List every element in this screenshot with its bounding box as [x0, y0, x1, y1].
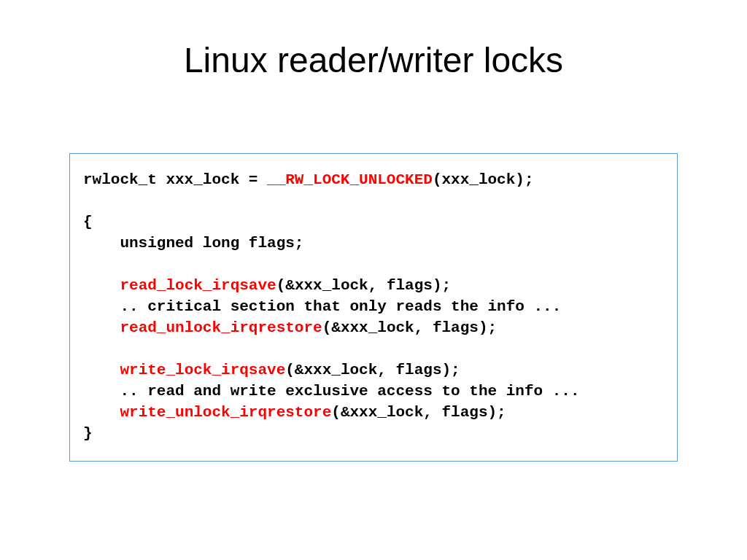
code-keyword: __RW_LOCK_UNLOCKED — [267, 171, 433, 188]
slide: Linux reader/writer locks rwlock_t xxx_l… — [0, 0, 747, 560]
code-text: } — [83, 425, 93, 442]
code-text: (&xxx_lock, flags); — [276, 277, 451, 294]
code-box: rwlock_t xxx_lock = __RW_LOCK_UNLOCKED(x… — [69, 153, 678, 462]
code-text: { — [83, 214, 93, 230]
code-text: rwlock_t xxx_lock = — [83, 171, 267, 188]
code-text: (xxx_lock); — [433, 171, 534, 188]
code-text: unsigned long flags; — [83, 235, 303, 252]
code-text — [83, 277, 120, 294]
code-keyword: read_unlock_irqrestore — [120, 319, 322, 336]
code-text: (&xxx_lock, flags); — [285, 362, 460, 378]
code-text: .. critical section that only reads the … — [83, 298, 561, 315]
code-keyword: write_unlock_irqrestore — [120, 404, 331, 421]
code-keyword: read_lock_irqsave — [120, 277, 276, 294]
code-text — [83, 362, 120, 378]
code-text: (&xxx_lock, flags); — [322, 319, 497, 336]
code-text — [83, 319, 120, 336]
code-text — [83, 404, 120, 421]
code-text: (&xxx_lock, flags); — [331, 404, 506, 421]
slide-title: Linux reader/writer locks — [0, 0, 747, 109]
code-keyword: write_lock_irqsave — [120, 362, 285, 378]
code-text: .. read and write exclusive access to th… — [83, 383, 580, 400]
